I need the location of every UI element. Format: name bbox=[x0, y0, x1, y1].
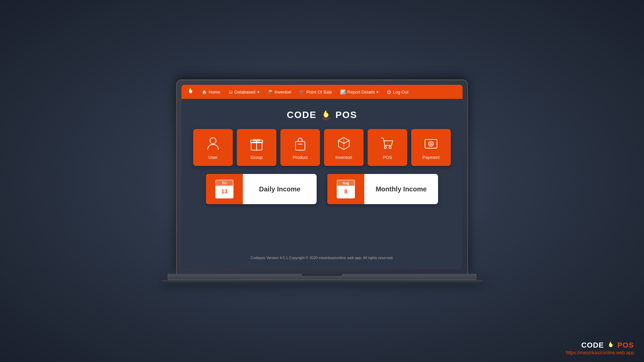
nav-pos[interactable]: 🛒 Point Of Sale bbox=[296, 87, 335, 97]
calendar-body: 13 bbox=[215, 186, 233, 198]
footer: Codepos Version 4.5.1 Copyright © 2020 m… bbox=[251, 256, 393, 262]
cube-icon bbox=[336, 135, 352, 152]
gift-icon bbox=[249, 135, 265, 152]
inventori-label: Inventori bbox=[335, 155, 352, 160]
pos-label: POS bbox=[383, 155, 392, 160]
svg-point-1 bbox=[210, 138, 216, 144]
daily-income-text: Daily Income bbox=[243, 174, 317, 204]
monthly-income-card[interactable]: Aug 8 Monthly Income bbox=[327, 174, 438, 204]
user-label: User bbox=[208, 155, 217, 160]
laptop: 🏠 Home 🗂 Databased ▾ 📦 Inventori 🛒 bbox=[176, 79, 468, 283]
nav-report[interactable]: 📊 Report Details ▾ bbox=[337, 87, 382, 97]
nav-logout[interactable]: ⏻ Log Out bbox=[383, 87, 412, 97]
svg-point-10 bbox=[429, 141, 433, 146]
payment-icon bbox=[423, 135, 439, 152]
group-label: Group bbox=[251, 155, 263, 160]
cart-icon bbox=[379, 135, 395, 152]
watermark-title: CODE POS bbox=[581, 341, 634, 350]
calendar-day-label: Fri bbox=[215, 180, 233, 186]
calendar-month-number: 8 bbox=[344, 189, 347, 195]
calendar-month-body: 8 bbox=[337, 186, 355, 198]
database-icon: 🗂 bbox=[228, 89, 233, 95]
daily-income-icon: Fri 13 bbox=[206, 174, 243, 204]
watermark-fire-icon bbox=[606, 341, 615, 350]
product-label: Product bbox=[293, 155, 308, 160]
calendar-day-number: 13 bbox=[221, 189, 227, 195]
user-icon bbox=[205, 135, 221, 152]
cart-nav-icon: 🛒 bbox=[299, 89, 305, 95]
laptop-base bbox=[168, 274, 476, 280]
nav-home[interactable]: 🏠 Home bbox=[198, 87, 224, 97]
app-container: 🏠 Home 🗂 Databased ▾ 📦 Inventori 🛒 bbox=[181, 85, 463, 269]
app-title-left: CODE bbox=[287, 110, 317, 120]
app-title: CODE POS bbox=[287, 109, 357, 121]
monthly-income-text: Monthly Income bbox=[364, 174, 438, 204]
laptop-foot bbox=[161, 280, 483, 283]
logout-icon: ⏻ bbox=[387, 89, 391, 95]
inventori-card[interactable]: Inventori bbox=[324, 129, 364, 166]
icon-grid: User Group bbox=[193, 129, 451, 166]
bag-icon bbox=[292, 135, 308, 152]
svg-point-11 bbox=[430, 143, 432, 145]
svg-rect-9 bbox=[425, 139, 437, 148]
report-icon: 📊 bbox=[340, 89, 345, 95]
product-card[interactable]: Product bbox=[280, 129, 320, 166]
fire-icon-large bbox=[320, 109, 332, 121]
watermark: CODE POS https://mesinkasironline.web.ap… bbox=[566, 341, 634, 355]
svg-rect-5 bbox=[296, 141, 305, 150]
watermark-url: https://mesinkasironline.web.app bbox=[566, 350, 634, 355]
navbar: 🏠 Home 🗂 Databased ▾ 📦 Inventori 🛒 bbox=[181, 85, 463, 99]
screen-shell: 🏠 Home 🗂 Databased ▾ 📦 Inventori 🛒 bbox=[176, 79, 468, 274]
box-icon: 📦 bbox=[268, 89, 273, 95]
payment-label: Payment bbox=[422, 155, 439, 160]
group-card[interactable]: Group bbox=[237, 129, 276, 166]
svg-point-8 bbox=[389, 146, 391, 148]
pos-card[interactable]: POS bbox=[368, 129, 407, 166]
nav-inventori[interactable]: 📦 Inventori bbox=[264, 87, 295, 97]
payment-card[interactable]: Payment bbox=[411, 129, 451, 166]
daily-calendar: Fri 13 bbox=[215, 180, 233, 198]
nav-logo bbox=[187, 87, 194, 96]
calendar-month-label: Aug bbox=[337, 180, 355, 186]
monthly-calendar: Aug 8 bbox=[337, 180, 355, 198]
home-icon: 🏠 bbox=[202, 89, 207, 95]
daily-income-card[interactable]: Fri 13 Daily Income bbox=[206, 174, 317, 204]
app-title-right: POS bbox=[335, 110, 357, 120]
nav-databased[interactable]: 🗂 Databased ▾ bbox=[225, 87, 263, 97]
svg-point-7 bbox=[384, 146, 386, 148]
main-content: CODE POS bbox=[181, 99, 463, 269]
screen-bezel: 🏠 Home 🗂 Databased ▾ 📦 Inventori 🛒 bbox=[181, 85, 463, 269]
monthly-income-icon: Aug 8 bbox=[327, 174, 364, 204]
income-row: Fri 13 Daily Income bbox=[206, 174, 438, 204]
user-card[interactable]: User bbox=[193, 129, 233, 166]
